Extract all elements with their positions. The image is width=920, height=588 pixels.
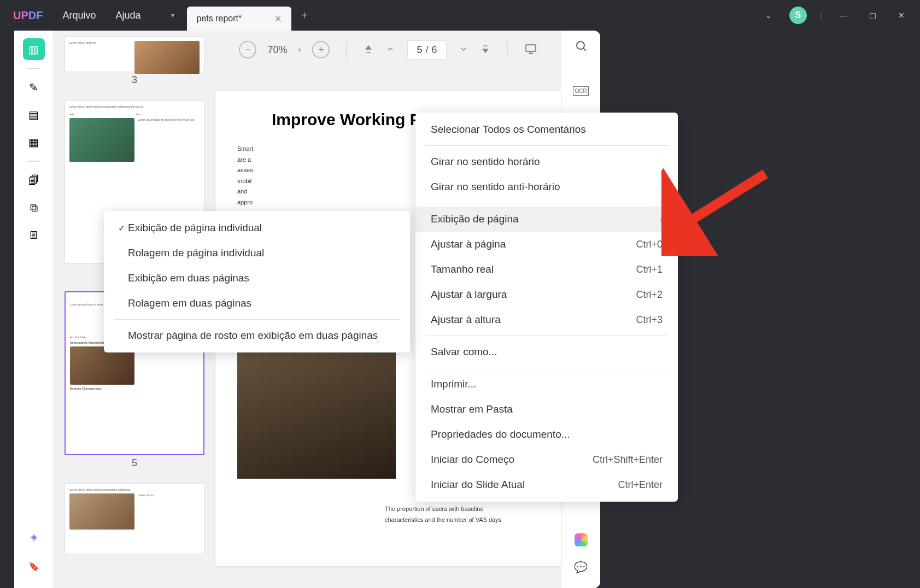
context-menu-item[interactable]: Selecionar Todos os Comentários — [415, 117, 678, 142]
layers-button[interactable]: ◈ — [23, 526, 45, 548]
avatar[interactable]: S — [789, 7, 807, 24]
context-submenu: ✓Exibição de página individualRolagem de… — [104, 211, 410, 352]
close-icon[interactable]: ✕ — [274, 14, 282, 24]
comment-icon: 💬 — [574, 561, 588, 574]
context-menu-item[interactable]: ✓Exibição de página individual — [104, 215, 410, 240]
context-menu-item[interactable]: Iniciar do Slide AtualCtrl+Enter — [415, 472, 678, 497]
titlebar: UPDF Arquivo Ajuda ▾ pets report* ✕ + ⌄ … — [0, 0, 920, 31]
present-icon[interactable] — [524, 42, 537, 57]
context-menu-item[interactable]: Mostrar página de rosto em exibição em d… — [104, 323, 410, 348]
chevron-right-icon: › — [660, 215, 663, 224]
context-menu-item[interactable]: Ajustar à alturaCtrl+3 — [415, 307, 678, 332]
book-icon: ▥ — [28, 43, 39, 56]
stack-icon: 🗏 — [28, 229, 39, 242]
check-icon: ✓ — [115, 223, 128, 233]
bookmark-button[interactable]: 🔖 — [23, 555, 45, 577]
comment-button[interactable]: 💬 — [573, 560, 589, 575]
context-menu-item[interactable]: Girar no sentido anti-horário — [415, 174, 678, 199]
tab-add-button[interactable]: + — [301, 9, 308, 22]
files-icon: 🗐 — [28, 174, 39, 187]
prev-page-icon[interactable] — [385, 44, 395, 56]
menu-file[interactable]: Arquivo — [62, 10, 96, 21]
page-current: 5 — [417, 44, 422, 56]
tab-title: pets report* — [197, 14, 242, 23]
chevron-down-icon[interactable]: ▾ — [298, 46, 301, 54]
window-minimize-icon[interactable]: — — [835, 9, 852, 22]
page-total: 6 — [432, 44, 437, 56]
thumbnail-page-3[interactable]: Lorem ipsum dolor sit — [65, 36, 204, 72]
context-menu-item[interactable]: Propriedades do documento... — [415, 422, 678, 447]
page-tool[interactable]: ▦ — [23, 131, 45, 153]
chevron-down-icon[interactable]: ⌄ — [761, 9, 776, 22]
organize-tool[interactable]: 🗐 — [23, 169, 45, 191]
doc-image — [237, 331, 396, 479]
highlight-tool[interactable]: ✎ — [23, 77, 45, 98]
context-menu: Selecionar Todos os ComentáriosGirar no … — [415, 113, 678, 502]
app-logo: UPDF — [13, 9, 43, 22]
context-menu-item[interactable]: Ajustar à páginaCtrl+0 — [415, 232, 678, 257]
ai-button[interactable] — [573, 532, 589, 548]
context-menu-item[interactable]: Tamanho realCtrl+1 — [415, 257, 678, 282]
thumbnail-label: 3 — [65, 74, 204, 86]
edit-tool[interactable]: ▤ — [23, 104, 45, 126]
last-page-icon[interactable] — [480, 44, 490, 56]
doc-text: characteristics and the number of VAS da… — [385, 515, 539, 525]
zoom-value: 70% — [267, 44, 287, 56]
next-page-icon[interactable] — [459, 44, 468, 56]
context-menu-item[interactable]: Mostrar em Pasta — [415, 397, 678, 422]
context-menu-item[interactable]: Exibição de página› — [415, 207, 678, 232]
zoom-out-button[interactable]: − — [239, 41, 256, 58]
context-menu-item[interactable]: Exibição em duas páginas — [104, 266, 410, 291]
crop-icon: ⧉ — [30, 202, 38, 214]
zoom-in-button[interactable]: + — [312, 41, 330, 58]
tab-active[interactable]: pets report* ✕ — [187, 7, 292, 31]
thumbnail-page-6[interactable]: Lorem ipsum dolor sit amet consectetur a… — [65, 483, 204, 554]
context-menu-item[interactable]: Rolagem em duas páginas — [104, 291, 410, 316]
search-button[interactable] — [573, 38, 589, 54]
layers-icon: ◈ — [31, 532, 37, 542]
first-page-icon[interactable] — [364, 44, 373, 56]
doc-toolbar: − 70% ▾ + 5 / 6 — [215, 31, 561, 69]
ocr-button[interactable]: OCR — [573, 83, 589, 98]
doc-text: The proportion of users with baseline — [385, 504, 539, 514]
context-menu-item[interactable]: Girar no sentido horário — [415, 149, 678, 174]
stack-tool[interactable]: 🗏 — [23, 224, 45, 246]
reader-tool[interactable]: ▥ — [23, 38, 45, 60]
svg-point-1 — [577, 42, 584, 49]
tab-blank[interactable]: ▾ — [161, 3, 185, 27]
bookmark-icon: 🔖 — [28, 561, 39, 572]
context-menu-item[interactable]: Iniciar do ComeçoCtrl+Shift+Enter — [415, 447, 678, 472]
svg-rect-0 — [526, 45, 536, 51]
context-menu-item[interactable]: Ajustar à larguraCtrl+2 — [415, 282, 678, 307]
thumbnail-label: 5 — [65, 457, 204, 469]
context-menu-item[interactable]: Imprimir... — [415, 372, 678, 397]
crop-tool[interactable]: ⧉ — [23, 197, 45, 219]
page-indicator[interactable]: 5 / 6 — [407, 40, 446, 60]
window-maximize-icon[interactable]: ▢ — [865, 9, 881, 22]
ai-icon — [575, 533, 588, 546]
ocr-icon: OCR — [573, 86, 588, 96]
window-close-icon[interactable]: ✕ — [894, 9, 909, 22]
context-menu-item[interactable]: Salvar como... — [415, 339, 678, 364]
menu-help[interactable]: Ajuda — [115, 10, 140, 21]
context-menu-item[interactable]: Rolagem de página individual — [104, 240, 410, 266]
marker-icon: ✎ — [29, 81, 38, 94]
left-toolbar: ▥ ✎ ▤ ▦ 🗐 ⧉ 🗏 ◈ 🔖 — [14, 31, 54, 588]
chevron-down-icon: ▾ — [171, 11, 174, 19]
pages-icon: ▦ — [28, 136, 39, 149]
edit-page-icon: ▤ — [28, 108, 39, 121]
